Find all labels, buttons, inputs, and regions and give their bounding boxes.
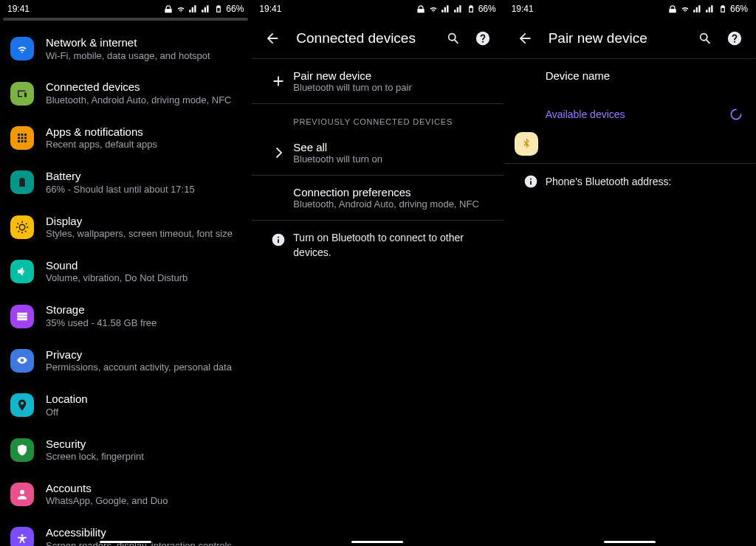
available-devices-header: Available devices — [504, 92, 755, 129]
vpn-icon — [416, 4, 426, 14]
setting-icon — [10, 483, 34, 506]
pair-subtitle: Bluetooth will turn on to pair — [293, 82, 491, 93]
pair-new-device-panel: 19:41 66% Pair new device Device name Av… — [504, 0, 756, 546]
setting-subtitle: Wi-Fi, mobile, data usage, and hotspot — [46, 50, 241, 63]
signal-icon — [188, 4, 199, 14]
app-bar: Pair new device — [504, 18, 755, 59]
settings-list: Network & internet Wi-Fi, mobile, data u… — [0, 22, 251, 546]
device-name-item[interactable]: Device name — [504, 59, 755, 92]
setting-title: Display — [46, 214, 241, 229]
setting-icon — [10, 349, 34, 373]
gesture-nav-hint — [351, 541, 403, 543]
status-icons: 66% — [667, 4, 748, 14]
back-button[interactable] — [510, 24, 540, 53]
setting-subtitle: Volume, vibration, Do Not Disturb — [46, 272, 241, 285]
status-icons: 66% — [163, 4, 244, 14]
conn-prefs-subtitle: Bluetooth, Android Auto, driving mode, N… — [293, 198, 491, 210]
setting-subtitle: WhatsApp, Google, and Duo — [46, 495, 241, 508]
gesture-nav-hint — [604, 541, 656, 543]
settings-item-network-internet[interactable]: Network & internet Wi-Fi, mobile, data u… — [0, 27, 251, 71]
connection-preferences-item[interactable]: Connection preferences Bluetooth, Androi… — [252, 176, 503, 221]
setting-title: Sound — [46, 258, 241, 273]
wifi-status-icon — [680, 4, 690, 14]
setting-icon — [10, 126, 34, 150]
setting-subtitle: Recent apps, default apps — [46, 139, 241, 151]
help-button[interactable] — [720, 24, 749, 53]
settings-item-connected-devices[interactable]: Connected devices Bluetooth, Android Aut… — [0, 71, 251, 115]
setting-subtitle: Bluetooth, Android Auto, driving mode, N… — [46, 94, 241, 107]
setting-icon — [10, 438, 34, 462]
settings-item-storage[interactable]: Storage 35% used - 41.58 GB free — [0, 294, 251, 338]
back-button[interactable] — [258, 24, 287, 53]
setting-icon — [10, 82, 34, 106]
bt-address-text: Phone's Bluetooth address: — [546, 176, 672, 187]
setting-icon — [10, 393, 34, 417]
status-time: 19:41 — [7, 4, 30, 14]
battery-status-icon — [466, 4, 476, 14]
settings-item-security[interactable]: Security Screen lock, fingerprint — [0, 428, 251, 472]
battery-percent: 66% — [478, 4, 496, 14]
bluetooth-icon — [520, 137, 533, 151]
setting-icon — [10, 305, 34, 328]
settings-item-apps-notifications[interactable]: Apps & notifications Recent apps, defaul… — [0, 116, 251, 160]
setting-title: Accessibility — [46, 525, 241, 540]
conn-prefs-title: Connection preferences — [293, 186, 491, 198]
battery-status-icon — [718, 4, 728, 14]
signal-icon — [441, 4, 451, 14]
help-button[interactable] — [468, 24, 498, 53]
pair-new-device-item[interactable]: Pair new device Bluetooth will turn on t… — [252, 59, 503, 104]
see-all-title: See all — [293, 141, 491, 153]
signal-icon-2 — [453, 4, 464, 14]
chevron-right-icon — [264, 145, 293, 161]
setting-subtitle: 35% used - 41.58 GB free — [46, 317, 241, 330]
wifi-status-icon — [176, 4, 186, 14]
search-button[interactable] — [439, 24, 468, 53]
signal-icon-2 — [705, 4, 715, 14]
signal-icon-2 — [201, 4, 211, 14]
setting-icon — [10, 527, 34, 546]
bluetooth-info-text: Turn on Bluetooth to connect to other de… — [293, 231, 491, 260]
setting-title: Privacy — [46, 348, 241, 362]
setting-title: Network & internet — [46, 35, 241, 50]
settings-item-privacy[interactable]: Privacy Permissions, account activity, p… — [0, 339, 251, 383]
setting-title: Apps & notifications — [46, 125, 241, 139]
page-title: Pair new device — [540, 30, 690, 46]
page-title: Connected devices — [287, 30, 438, 46]
setting-icon — [10, 215, 34, 239]
settings-item-location[interactable]: Location Off — [0, 383, 251, 427]
setting-title: Connected devices — [46, 80, 241, 94]
settings-item-accounts[interactable]: Accounts WhatsApp, Google, and Duo — [0, 472, 251, 516]
refresh-spinner-icon[interactable] — [729, 107, 743, 122]
wifi-status-icon — [428, 4, 439, 14]
status-bar: 19:41 66% — [0, 0, 251, 18]
search-button[interactable] — [690, 24, 720, 53]
app-bar: Connected devices — [252, 18, 503, 59]
vpn-icon — [667, 4, 678, 14]
settings-panel: 19:41 66% Network & internet Wi-Fi, mobi… — [0, 0, 252, 546]
settings-item-sound[interactable]: Sound Volume, vibration, Do Not Disturb — [0, 249, 251, 294]
setting-subtitle: Styles, wallpapers, screen timeout, font… — [46, 228, 241, 241]
battery-percent: 66% — [226, 4, 244, 14]
gesture-nav-hint — [100, 541, 151, 543]
setting-subtitle: 66% - Should last until about 17:15 — [46, 184, 241, 196]
setting-subtitle: Permissions, account activity, personal … — [46, 362, 241, 374]
bluetooth-tile[interactable] — [515, 132, 538, 156]
see-all-subtitle: Bluetooth will turn on — [293, 153, 491, 165]
setting-icon — [10, 260, 34, 283]
battery-percent: 66% — [730, 4, 748, 14]
setting-icon — [10, 170, 34, 194]
setting-title: Location — [46, 392, 241, 407]
status-bar: 19:41 66% — [252, 0, 503, 18]
info-icon — [516, 174, 546, 189]
previously-connected-header: Previously connected devices — [252, 104, 503, 131]
setting-title: Battery — [46, 169, 241, 184]
setting-title: Accounts — [46, 481, 241, 496]
scroll-indicator — [3, 18, 248, 21]
plus-icon — [264, 73, 293, 89]
bt-address-row: Phone's Bluetooth address: — [504, 164, 755, 199]
signal-icon — [693, 4, 703, 14]
settings-item-display[interactable]: Display Styles, wallpapers, screen timeo… — [0, 205, 251, 249]
see-all-item[interactable]: See all Bluetooth will turn on — [252, 131, 503, 176]
setting-subtitle: Screen lock, fingerprint — [46, 451, 241, 463]
settings-item-battery[interactable]: Battery 66% - Should last until about 17… — [0, 160, 251, 204]
